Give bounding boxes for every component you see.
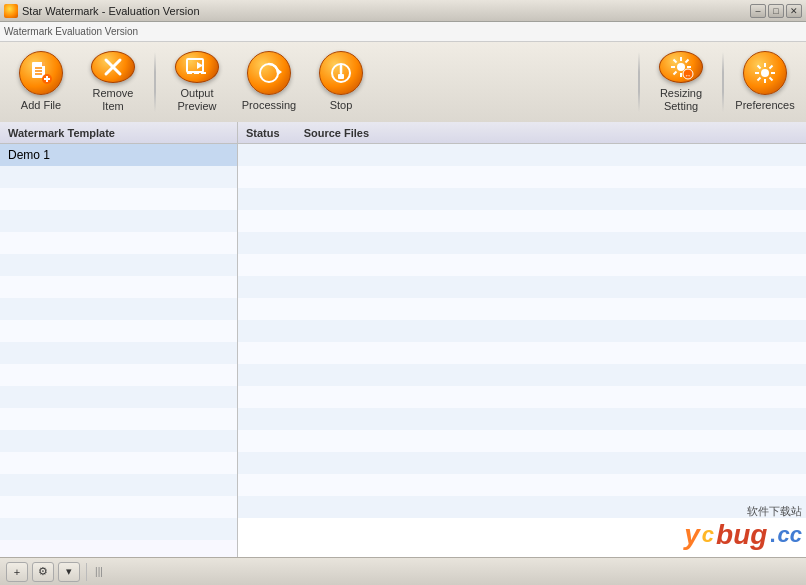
list-item[interactable]: Demo 1 xyxy=(0,144,237,166)
list-item[interactable] xyxy=(0,518,237,540)
stop-svg xyxy=(328,60,354,86)
svg-line-39 xyxy=(758,78,761,81)
add-file-svg xyxy=(28,60,54,86)
stop-label: Stop xyxy=(330,99,353,112)
output-preview-label: Output Preview xyxy=(166,87,228,113)
list-item[interactable] xyxy=(0,496,237,518)
toolbar-separator-1 xyxy=(154,52,156,112)
preferences-icon xyxy=(743,51,787,95)
table-row xyxy=(238,474,806,496)
processing-label: Processing xyxy=(242,99,296,112)
toolbar: Add File Remove Item Output Preview xyxy=(0,42,806,122)
resizing-setting-label: Resizing Setting xyxy=(650,87,712,113)
remove-item-label: Remove Item xyxy=(82,87,144,113)
preferences-label: Preferences xyxy=(735,99,794,112)
right-panel: Status Source Files xyxy=(238,122,806,557)
processing-icon xyxy=(247,51,291,95)
list-item[interactable] xyxy=(0,408,237,430)
svg-rect-19 xyxy=(338,74,344,79)
template-item-label: Demo 1 xyxy=(8,148,50,162)
dropdown-button[interactable]: ▾ xyxy=(58,562,80,582)
list-item[interactable] xyxy=(0,254,237,276)
maximize-button[interactable]: □ xyxy=(768,4,784,18)
window-title: Star Watermark - Evaluation Version xyxy=(22,5,200,17)
title-bar: Star Watermark - Evaluation Version – □ … xyxy=(0,0,806,22)
col-source-files: Source Files xyxy=(304,127,369,139)
svg-line-28 xyxy=(674,71,677,74)
list-item[interactable] xyxy=(0,364,237,386)
list-item[interactable] xyxy=(0,320,237,342)
svg-rect-12 xyxy=(187,72,192,74)
right-panel-content xyxy=(238,144,806,557)
list-item[interactable] xyxy=(0,232,237,254)
table-row xyxy=(238,254,806,276)
panel-resize-handle[interactable]: ||| xyxy=(95,562,103,582)
table-row xyxy=(238,232,806,254)
title-bar-controls: – □ ✕ xyxy=(750,4,802,18)
processing-svg xyxy=(256,60,282,86)
main-area: Watermark Template Demo 1 xyxy=(0,122,806,557)
add-file-button[interactable]: Add File xyxy=(6,47,76,117)
preferences-svg xyxy=(752,60,778,86)
output-preview-icon xyxy=(175,51,219,83)
table-row xyxy=(238,408,806,430)
left-panel-content[interactable]: Demo 1 xyxy=(0,144,237,557)
resizing-setting-button[interactable]: ↔ Resizing Setting xyxy=(646,47,716,117)
add-file-label: Add File xyxy=(21,99,61,112)
table-row xyxy=(238,452,806,474)
preferences-button[interactable]: Preferences xyxy=(730,47,800,117)
add-template-button[interactable]: + xyxy=(6,562,28,582)
processing-button[interactable]: Processing xyxy=(234,47,304,117)
toolbar-separator-2 xyxy=(638,52,640,112)
watermark-notice: Watermark Evaluation Version xyxy=(0,22,806,42)
stop-button[interactable]: Stop xyxy=(306,47,376,117)
add-file-icon xyxy=(19,51,63,95)
svg-rect-1 xyxy=(42,62,45,66)
output-preview-button[interactable]: Output Preview xyxy=(162,47,232,117)
left-panel: Watermark Template Demo 1 xyxy=(0,122,238,557)
left-panel-header: Watermark Template xyxy=(0,122,237,144)
list-item[interactable] xyxy=(0,276,237,298)
svg-marker-16 xyxy=(278,69,282,75)
svg-line-37 xyxy=(770,78,773,81)
svg-line-38 xyxy=(770,66,773,69)
right-panel-header: Status Source Files xyxy=(238,122,806,144)
minimize-button[interactable]: – xyxy=(750,4,766,18)
list-item[interactable] xyxy=(0,386,237,408)
table-row xyxy=(238,430,806,452)
resizing-setting-svg: ↔ xyxy=(668,54,694,80)
table-row xyxy=(238,342,806,364)
list-item[interactable] xyxy=(0,298,237,320)
stop-icon xyxy=(319,51,363,95)
remove-item-icon xyxy=(91,51,135,83)
list-item[interactable] xyxy=(0,474,237,496)
table-row xyxy=(238,276,806,298)
list-item[interactable] xyxy=(0,166,237,188)
table-row xyxy=(238,210,806,232)
svg-text:↔: ↔ xyxy=(685,72,692,79)
settings-button[interactable]: ⚙ xyxy=(32,562,54,582)
toolbar-separator-3 xyxy=(722,52,724,112)
table-row xyxy=(238,166,806,188)
svg-point-31 xyxy=(761,69,769,77)
col-status: Status xyxy=(246,127,280,139)
list-item[interactable] xyxy=(0,188,237,210)
resizing-setting-icon: ↔ xyxy=(659,51,703,83)
table-row xyxy=(238,386,806,408)
list-item[interactable] xyxy=(0,210,237,232)
close-button[interactable]: ✕ xyxy=(786,4,802,18)
list-item[interactable] xyxy=(0,430,237,452)
output-preview-svg xyxy=(184,54,210,80)
remove-item-button[interactable]: Remove Item xyxy=(78,47,148,117)
table-row xyxy=(238,188,806,210)
list-item[interactable] xyxy=(0,342,237,364)
list-item[interactable] xyxy=(0,452,237,474)
svg-point-20 xyxy=(677,63,685,71)
table-row xyxy=(238,144,806,166)
table-row xyxy=(238,364,806,386)
bottom-bar: + ⚙ ▾ ||| xyxy=(0,557,806,585)
title-bar-left: Star Watermark - Evaluation Version xyxy=(4,4,200,18)
svg-line-27 xyxy=(686,59,689,62)
bottom-separator xyxy=(86,563,87,581)
table-row xyxy=(238,320,806,342)
